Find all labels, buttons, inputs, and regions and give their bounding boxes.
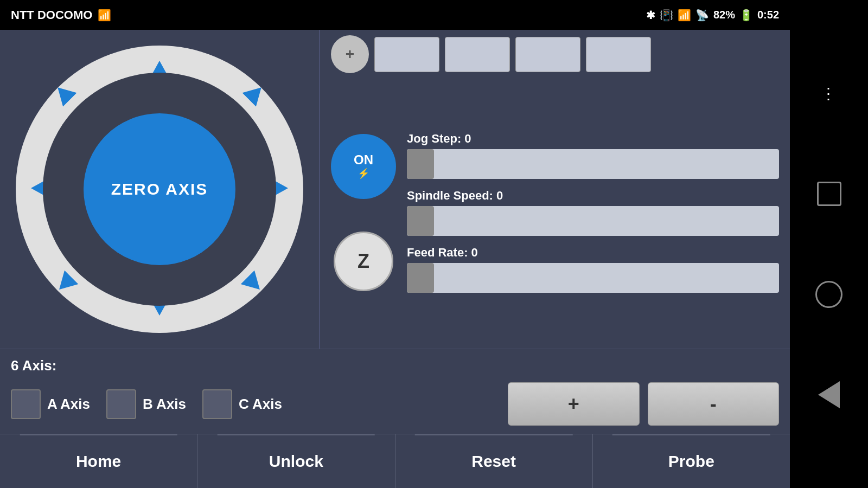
axis-section-label: 6 Axis: — [11, 357, 779, 374]
c-axis-label: C Axis — [239, 396, 282, 413]
nav-home[interactable]: Home — [0, 434, 197, 488]
c-axis-item: C Axis — [202, 389, 282, 419]
tab-button-3[interactable] — [515, 37, 580, 72]
circle-nav-icon[interactable] — [815, 281, 843, 308]
nav-reset[interactable]: Reset — [395, 434, 593, 488]
left-panel: ZERO AXIS — [0, 30, 320, 349]
spindle-speed-control: Spindle Speed: 0 — [407, 189, 779, 236]
control-buttons-col: ON ⚡ Z — [331, 81, 396, 343]
a-axis-item: A Axis — [11, 389, 90, 419]
feed-rate-control: Feed Rate: 0 — [407, 246, 779, 293]
carrier-info: NTT DOCOMO 📶 — [11, 8, 111, 22]
sim-icon: 📶 — [98, 9, 111, 22]
right-panel: + ON ⚡ — [320, 30, 790, 349]
on-label: ON — [354, 153, 373, 166]
wifi-icon: 📶 — [678, 9, 691, 22]
spindle-speed-thumb — [407, 206, 434, 236]
z-label: Z — [358, 250, 369, 273]
plug-icon: ⚡ — [358, 168, 369, 179]
plus-minus-group: + - — [508, 382, 779, 426]
tab-button-4[interactable] — [586, 37, 651, 72]
system-icons: ✱ 📳 📶 📡 82% 🔋 0:52 — [646, 9, 779, 22]
zero-axis-label: ZERO AXIS — [111, 180, 208, 198]
status-bar: NTT DOCOMO 📶 ✱ 📳 📶 📡 82% 🔋 0:52 — [0, 0, 790, 30]
nav-unlock[interactable]: Unlock — [197, 434, 395, 488]
add-button[interactable]: + — [331, 35, 369, 73]
axis-row: A Axis B Axis C Axis + - — [11, 382, 779, 426]
decrement-button[interactable]: - — [648, 382, 780, 426]
z-button[interactable]: Z — [334, 232, 393, 291]
square-nav-icon[interactable] — [815, 181, 843, 208]
joystick-container: ZERO AXIS — [16, 46, 303, 333]
bluetooth-icon: ✱ — [646, 9, 655, 22]
b-axis-item: B Axis — [106, 389, 186, 419]
b-axis-label: B Axis — [143, 396, 186, 413]
tab-button-1[interactable] — [374, 37, 439, 72]
spindle-speed-label: Spindle Speed: 0 — [407, 189, 779, 203]
jog-step-thumb — [407, 149, 434, 179]
triangle-nav-icon[interactable] — [815, 381, 843, 408]
jog-step-label: Jog Step: 0 — [407, 132, 779, 146]
b-axis-checkbox[interactable] — [106, 389, 136, 419]
joystick-center-button[interactable]: ZERO AXIS — [84, 113, 235, 265]
clock: 0:52 — [757, 9, 779, 21]
c-axis-checkbox[interactable] — [202, 389, 232, 419]
signal-icon: 📡 — [695, 9, 709, 22]
vibration-icon: 📳 — [660, 9, 673, 22]
top-section: ZERO AXIS + — [0, 30, 790, 349]
battery-icon: 🔋 — [739, 9, 753, 22]
on-icon: ON ⚡ — [354, 153, 373, 179]
axis-section: 6 Axis: A Axis B Axis C Axis + - — [0, 349, 790, 434]
feed-rate-slider[interactable] — [407, 263, 779, 293]
jog-step-control: Jog Step: 0 — [407, 132, 779, 179]
three-dots-icon[interactable]: ⋮ — [815, 80, 843, 107]
a-axis-label: A Axis — [47, 396, 90, 413]
top-buttons-row: + — [331, 35, 779, 73]
jog-step-slider[interactable] — [407, 149, 779, 179]
spindle-speed-slider[interactable] — [407, 206, 779, 236]
a-axis-checkbox[interactable] — [11, 389, 41, 419]
main-content: ZERO AXIS + — [0, 30, 790, 488]
tab-button-2[interactable] — [445, 37, 510, 72]
joystick-outer-ring[interactable]: ZERO AXIS — [16, 46, 303, 333]
controls-section: ON ⚡ Z Jog Step: 0 — [331, 81, 779, 343]
right-edge-bar: ⋮ — [790, 0, 868, 488]
nav-probe[interactable]: Probe — [593, 434, 790, 488]
carrier-name: NTT DOCOMO — [11, 8, 92, 22]
increment-button[interactable]: + — [508, 382, 640, 426]
battery-percent: 82% — [713, 9, 735, 21]
feed-rate-thumb — [407, 263, 434, 293]
bottom-nav: Home Unlock Reset Probe — [0, 434, 790, 488]
on-button[interactable]: ON ⚡ — [331, 134, 396, 199]
feed-rate-label: Feed Rate: 0 — [407, 246, 779, 260]
sliders-col: Jog Step: 0 Spindle Speed: 0 — [407, 81, 779, 343]
